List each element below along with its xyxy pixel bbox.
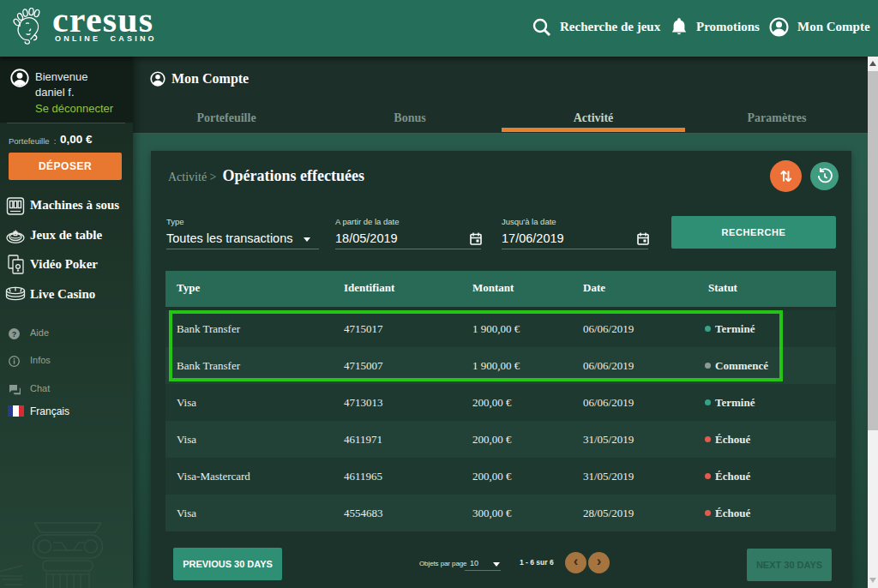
svg-text:?: ? — [12, 330, 17, 339]
